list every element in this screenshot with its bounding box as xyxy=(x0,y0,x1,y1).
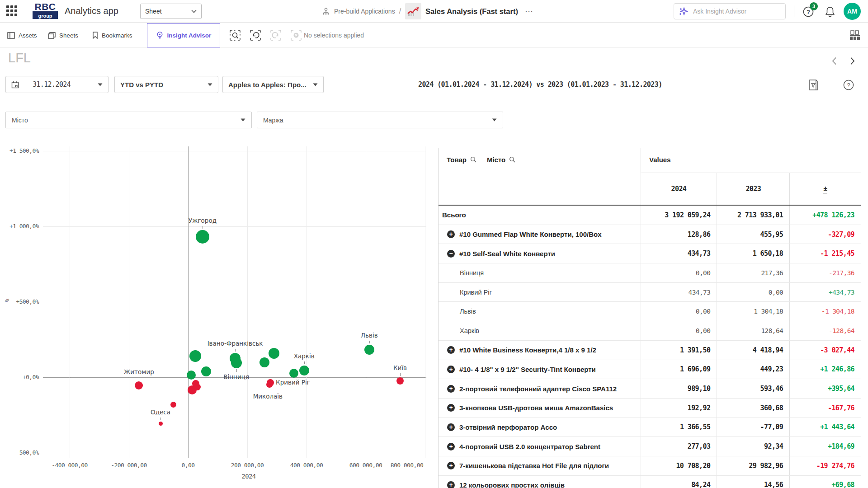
scatter-point[interactable] xyxy=(289,369,298,378)
scatter-point[interactable] xyxy=(194,384,201,390)
value-cell: 0,00 xyxy=(641,302,717,321)
scatter-point[interactable] xyxy=(269,348,279,359)
x-axis-tick-label: 200 000,00 xyxy=(222,462,272,469)
h-gridline xyxy=(43,151,426,151)
search-icon[interactable] xyxy=(470,156,477,163)
product-cell[interactable]: #10 Self-Seal White Конверти xyxy=(459,250,555,258)
scatter-point-Ужгород[interactable] xyxy=(196,230,209,244)
delta-cell: -217,36 xyxy=(789,263,861,282)
scatter-point[interactable] xyxy=(201,366,211,376)
product-cell[interactable]: #10 White Business Конверти,4 1/8 x 9 1/… xyxy=(459,346,596,354)
v-gridline xyxy=(307,146,307,458)
label-tick xyxy=(304,361,305,364)
label-tick xyxy=(236,369,237,372)
x-axis-title: 2024 xyxy=(235,473,262,480)
value-cell: 1 650,18 xyxy=(717,244,789,263)
expand-icon[interactable]: + xyxy=(447,462,455,469)
expand-icon[interactable]: + xyxy=(447,366,455,373)
y-axis-tick-label: -500,0% xyxy=(2,449,39,456)
pivot-col-delta[interactable]: ± xyxy=(789,173,861,205)
value-cell: 455,95 xyxy=(717,225,789,244)
value-cell: 0,00 xyxy=(717,283,789,302)
value-cell: 29 982,96 xyxy=(717,456,789,475)
city-cell[interactable]: Вінниця xyxy=(439,263,641,282)
scatter-point-Миколаїв[interactable] xyxy=(266,381,273,388)
expand-icon[interactable]: + xyxy=(447,443,455,450)
product-cell[interactable]: 3-кнопкова USB-дротова миша AmazonBasics xyxy=(459,404,613,412)
h-gridline xyxy=(43,226,426,227)
expand-icon[interactable]: + xyxy=(447,404,455,412)
product-cell[interactable]: 12 кольорових простих олівців xyxy=(459,481,565,488)
table-row: Кривий Ріг434,730,00+434,73 xyxy=(439,283,861,302)
point-label: Кривий Ріг xyxy=(276,379,310,386)
label-tick xyxy=(400,373,401,376)
delta-cell: +478 126,23 xyxy=(789,206,861,225)
product-cell[interactable]: #10- 4 1/8" x 9 1/2" Security-Tint Конве… xyxy=(459,366,596,373)
label-tick xyxy=(369,341,370,343)
value-cell: 434,73 xyxy=(641,283,717,302)
expand-icon[interactable]: + xyxy=(447,385,455,393)
value-cell: 14,56 xyxy=(717,476,789,488)
pivot-header-row1: Товар Місто Values xyxy=(439,148,861,173)
product-cell[interactable]: 2-портовий телефонний адаптер Cisco SPA1… xyxy=(459,385,617,393)
product-cell[interactable]: 4-портовий USB 2.0 концентратор Sabrent xyxy=(459,443,600,450)
value-cell: 1 696,09 xyxy=(641,360,717,379)
y-axis-tick-label: +0,0% xyxy=(2,374,39,380)
collapse-icon[interactable]: − xyxy=(447,250,455,258)
value-cell: 1 366,55 xyxy=(641,418,717,437)
search-icon[interactable] xyxy=(509,156,516,163)
expand-icon[interactable]: + xyxy=(447,481,455,488)
label-tick xyxy=(160,418,161,420)
value-cell: 92,34 xyxy=(717,437,789,456)
delta-cell: -3 027,44 xyxy=(789,341,861,360)
city-cell[interactable]: Кривий Ріг xyxy=(439,283,641,302)
value-cell: 449,23 xyxy=(717,360,789,379)
pivot-dim-product[interactable]: Товар xyxy=(447,156,467,164)
delta-cell: +395,64 xyxy=(789,379,861,398)
product-cell[interactable]: #10 Gummed Flap White Конверти, 100/Box xyxy=(459,230,602,238)
point-label: Одеса xyxy=(151,408,170,416)
v-gridline xyxy=(70,146,70,458)
value-cell: 1 304,18 xyxy=(717,302,789,321)
value-cell: 360,68 xyxy=(717,399,789,418)
scatter-point[interactable] xyxy=(187,371,196,380)
city-cell[interactable]: Львів xyxy=(439,302,641,321)
scatter-point-Вінниця[interactable] xyxy=(231,357,242,368)
table-row: Львів0,001 304,18-1 304,18 xyxy=(439,302,861,321)
label-tick xyxy=(139,377,139,380)
pivot-col-2024[interactable]: 2024 xyxy=(641,173,717,205)
value-cell: 1 391,50 xyxy=(641,341,717,360)
scatter-point[interactable] xyxy=(170,402,176,408)
pivot-col-2023[interactable]: 2023 xyxy=(717,173,789,205)
value-cell: 0,00 xyxy=(641,321,717,340)
point-label: Миколаїв xyxy=(253,393,283,400)
pivot-table: Товар Місто Values 2024 2023 ± Всього3 1… xyxy=(438,148,861,488)
label-tick xyxy=(235,349,236,352)
y-axis-tick-label: +500,0% xyxy=(2,298,39,305)
scatter-point[interactable] xyxy=(189,350,201,362)
x-axis-tick-label: 0,00 xyxy=(163,462,213,469)
expand-icon[interactable]: + xyxy=(447,230,455,238)
scatter-point-Київ[interactable] xyxy=(396,377,404,385)
point-label: Івано-Франківськ xyxy=(208,340,263,347)
scatter-point-Одеса[interactable] xyxy=(159,422,163,426)
point-label: Київ xyxy=(393,364,407,371)
product-cell[interactable]: 3-отвірний перфоратор Acco xyxy=(459,423,557,431)
city-cell[interactable]: Харків xyxy=(439,321,641,340)
scatter-point[interactable] xyxy=(259,357,269,367)
y-axis-tick-label: +1 000,0% xyxy=(2,223,39,230)
product-cell[interactable]: 7-кишенькова підставка Hot File для підл… xyxy=(459,462,609,469)
value-cell: 277,03 xyxy=(641,437,717,456)
expand-icon[interactable]: + xyxy=(447,423,455,431)
scatter-point-Житомир[interactable] xyxy=(135,381,143,389)
value-cell: 2 713 933,01 xyxy=(717,206,789,225)
scatter-point-Харків[interactable] xyxy=(299,366,309,375)
value-cell: 989,10 xyxy=(641,379,717,398)
pivot-dim-city[interactable]: Місто xyxy=(487,156,505,164)
v-gridline xyxy=(425,146,425,458)
scatter-point-Львів[interactable] xyxy=(364,345,374,355)
point-label: Львів xyxy=(361,332,378,339)
value-cell: 128,86 xyxy=(641,225,717,244)
expand-icon[interactable]: + xyxy=(447,346,455,354)
point-label: Житомир xyxy=(124,368,154,375)
